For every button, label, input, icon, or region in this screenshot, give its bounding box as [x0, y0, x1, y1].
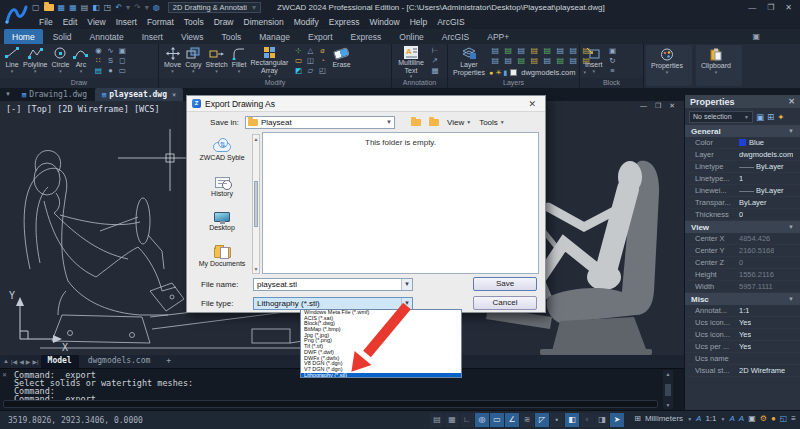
modify-tool-icon[interactable]: ◩ [292, 66, 304, 76]
save-as-icon[interactable]: ▦ [69, 3, 77, 13]
erase-button[interactable]: Erase [330, 45, 352, 78]
modify-panel-label[interactable]: Modify [159, 78, 391, 88]
tab-overflow-icon[interactable]: ▼ [2, 88, 14, 101]
online-icon[interactable]: ◍ [153, 3, 160, 13]
status-toggle-icon[interactable]: ◧ [565, 413, 579, 427]
tab-playseat[interactable]: ▤ playseat.dwg ✕ [95, 88, 183, 101]
undo-icon[interactable]: ↶ [115, 3, 122, 13]
status-toggle-icon[interactable]: ▭ [490, 413, 504, 427]
menu-item[interactable]: File [34, 16, 58, 28]
draw-tool-icon[interactable]: ▣ [116, 46, 128, 56]
draw-tool-icon[interactable]: ◻ [116, 56, 128, 66]
status-toggle-icon[interactable]: ▦ [445, 413, 459, 427]
status-toggle-icon[interactable]: ▪ [550, 413, 564, 427]
move-button[interactable]: Move▾ [162, 45, 183, 78]
maximize-button[interactable]: ❐ [767, 3, 774, 12]
property-row[interactable]: Center X4854.426 [685, 233, 800, 245]
tools-menu-button[interactable]: Tools ▼ [479, 118, 505, 127]
status-toggle-icon[interactable]: ➤ [610, 413, 624, 427]
property-row[interactable]: Transpar...ByLayer [685, 197, 800, 209]
layer-tool-icon[interactable]: ▤ [528, 56, 541, 66]
undo-caret-icon[interactable]: ▾ [126, 3, 130, 13]
clipboard-tile-button[interactable]: Clipboard▾ [699, 46, 733, 79]
menu-item[interactable]: Dimension [239, 16, 289, 28]
selection-dropdown[interactable]: No selection ▼ [689, 111, 753, 123]
layer-tool-icon[interactable]: ▤ [489, 56, 502, 66]
property-row[interactable]: Ucs icon...Yes [685, 317, 800, 329]
menu-item[interactable]: Window [364, 16, 404, 28]
status-toggle-icon[interactable]: ◎ [475, 413, 489, 427]
gear-icon[interactable]: ⚙ [760, 414, 767, 423]
property-row[interactable]: Center Z0 [685, 257, 800, 269]
property-row[interactable]: Thickness0 [685, 209, 800, 221]
modify-tool-icon[interactable]: ⊹ [292, 46, 304, 56]
ribbon-tab[interactable]: Views [173, 29, 212, 44]
chevron-down-icon[interactable]: ▼ [401, 279, 412, 290]
annotation-tool-icon[interactable]: ↗ [429, 56, 441, 66]
section-view[interactable]: View ▼ [685, 221, 800, 233]
property-row[interactable]: Visual st...2D Wireframe [685, 365, 800, 377]
property-row[interactable]: Layerdwgmodels.com [685, 149, 800, 161]
block-tool-icon[interactable]: ↻ [607, 56, 619, 66]
command-scrollbar[interactable]: ▲ ▼ [663, 370, 673, 409]
ribbon-tab[interactable]: Manage [251, 29, 298, 44]
annotation-tool-icon[interactable]: ▦ [429, 66, 441, 76]
clipboard-tile[interactable]: Clipboard▾ [696, 45, 742, 86]
last-tab-icon[interactable]: ▶| [32, 355, 38, 368]
close-properties-icon[interactable]: ✕ [788, 97, 795, 106]
ribbon-tab[interactable]: Home [4, 29, 43, 44]
annotation-visibility-icon[interactable]: A [730, 414, 735, 423]
scroll-down-icon[interactable]: ▼ [666, 402, 671, 408]
menu-item[interactable]: View [82, 16, 110, 28]
auto-scale-icon[interactable]: A [739, 414, 744, 423]
property-row[interactable]: Ucs icon...Yes [685, 329, 800, 341]
layer-properties-button[interactable]: Layer Properties [451, 45, 487, 78]
ribbon-tab[interactable]: ArcGIS [434, 29, 477, 44]
status-toggle-icon[interactable]: ∟ [460, 413, 474, 427]
layer-tool-icon[interactable]: ▤ [554, 56, 567, 66]
property-row[interactable]: ColorBlue [685, 137, 800, 149]
insert-button[interactable]: Insert▾ [583, 45, 605, 78]
draw-tool-icon[interactable]: ▭ [116, 66, 128, 76]
modify-tool-icon[interactable]: ◔ [316, 56, 328, 66]
modify-tool-icon[interactable]: ◰ [316, 66, 328, 76]
preview-icon[interactable]: ◳ [104, 3, 112, 13]
properties-header[interactable]: Properties ✕ [685, 95, 800, 108]
quick-select-icon[interactable]: ▣ [756, 112, 764, 122]
layer-tool-icon[interactable]: ▤ [515, 56, 528, 66]
scroll-thumb[interactable] [665, 384, 671, 396]
layer-tool-icon[interactable]: ▤ [502, 46, 515, 56]
arc-button[interactable]: Arc▾ [71, 45, 90, 78]
ribbon-tab[interactable]: Insert [134, 29, 171, 44]
layout-tab[interactable]: dwgmodels.com [81, 355, 158, 368]
status-toggle-icon[interactable]: ∠ [505, 413, 519, 427]
property-row[interactable]: Annotat...1:1 [685, 305, 800, 317]
property-row[interactable]: Ucs name [685, 353, 800, 365]
layer-tool-icon[interactable]: ▤ [554, 46, 567, 56]
block-panel-label[interactable]: Block [580, 78, 643, 88]
select-objects-icon[interactable]: ⊞ [767, 112, 774, 122]
layer-tool-icon[interactable]: ▤ [567, 46, 580, 56]
property-row[interactable]: LinetypeByLayer [685, 161, 800, 173]
status-toggle-icon[interactable]: ▤ [430, 413, 444, 427]
property-row[interactable]: Linewei...ByLayer [685, 185, 800, 197]
modify-tool-icon[interactable]: ▭ [292, 56, 304, 66]
property-row[interactable]: Linetype...1 [685, 173, 800, 185]
layer-dropdown[interactable]: ● ☀ ▮ dwgmodels.com ▾ [489, 68, 593, 77]
draw-panel-label[interactable]: Draw [0, 78, 158, 88]
file-list[interactable]: This folder is empty. [262, 132, 539, 274]
ribbon-collapse-icon[interactable]: ▣ [752, 29, 760, 44]
rectangular-array-button[interactable]: Rectangular Array▾ [248, 45, 290, 78]
draw-tool-icon[interactable]: ∿ [104, 46, 116, 56]
scroll-up-icon[interactable]: ▲ [254, 136, 259, 142]
draw-tool-icon[interactable]: S [104, 56, 116, 66]
new-layout-button[interactable]: + [159, 355, 178, 368]
place-my-documents[interactable]: My Documents [193, 239, 251, 274]
sidebar-scrollbar[interactable]: ▲ ▼ [252, 134, 260, 274]
block-tool-icon[interactable]: ▣ [607, 46, 619, 56]
workspace-switch-icon[interactable]: ▣ [748, 414, 756, 423]
layer-on-icon[interactable]: ● [489, 69, 493, 76]
minimize-button[interactable]: — [748, 3, 756, 12]
circle-button[interactable]: Circle▾ [50, 45, 72, 78]
print3d-icon[interactable]: ◧ [92, 3, 100, 13]
